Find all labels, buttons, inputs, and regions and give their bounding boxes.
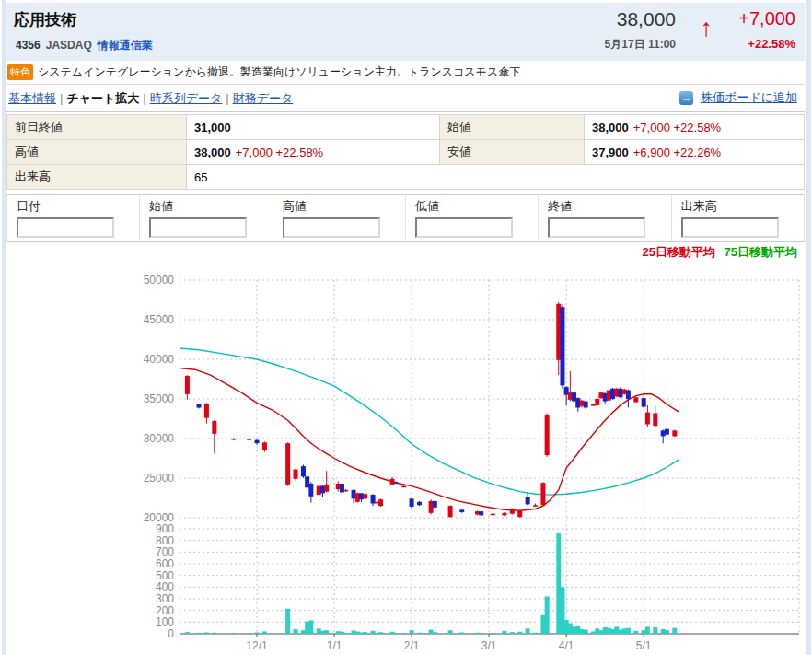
high-field-label: 高値 bbox=[283, 197, 401, 217]
svg-text:35000: 35000 bbox=[144, 392, 175, 405]
close-input[interactable] bbox=[548, 217, 645, 238]
low-label: 安値 bbox=[440, 140, 585, 165]
stock-code: 4356 bbox=[16, 39, 41, 52]
candlestick-chart: 5000045000400003500030000250002000090080… bbox=[6, 261, 805, 653]
table-row: 出来高 65 bbox=[7, 165, 805, 190]
svg-text:12/1: 12/1 bbox=[246, 639, 268, 652]
stock-name: 応用技術 bbox=[14, 9, 76, 30]
low-input[interactable] bbox=[415, 217, 513, 238]
tab-basic-info[interactable]: 基本情報 bbox=[8, 90, 56, 107]
high-change: +7,000 +22.58% bbox=[236, 146, 323, 159]
open-label: 始値 bbox=[440, 115, 585, 140]
open-value: 38,000 bbox=[592, 121, 629, 135]
add-to-board-link[interactable]: 株価ボードに追加 bbox=[701, 89, 797, 106]
quote-header: 応用技術 4356JASDAQ情報通信業 38,000 5月17日 11:00 … bbox=[6, 3, 805, 61]
low-field-label: 低値 bbox=[415, 197, 534, 217]
svg-text:30000: 30000 bbox=[144, 432, 175, 445]
feature-text: システムインテグレーションから撤退。製造業向けソリューション主力。トランスコスモ… bbox=[38, 64, 520, 80]
summary-table: 前日終値 31,000 始値 38,000+7,000 +22.58% 高値 3… bbox=[6, 114, 805, 190]
add-to-board[interactable]: → 株価ボードに追加 bbox=[679, 89, 801, 106]
high-label: 高値 bbox=[7, 140, 187, 165]
svg-text:50000: 50000 bbox=[144, 274, 175, 287]
date-input[interactable] bbox=[17, 217, 114, 238]
nav-separator: | bbox=[60, 91, 63, 105]
volume-label: 出来高 bbox=[7, 165, 187, 190]
svg-text:5/1: 5/1 bbox=[636, 639, 652, 652]
nav-separator: | bbox=[143, 91, 145, 105]
tab-chart-enlarge[interactable]: チャート拡大 bbox=[66, 90, 139, 107]
prev-close-value: 31,000 bbox=[194, 121, 231, 135]
price-change-percent: +22.58% bbox=[694, 37, 795, 51]
industry-link[interactable]: 情報通信業 bbox=[98, 39, 153, 52]
date-field-label: 日付 bbox=[17, 197, 135, 217]
stock-code-line: 4356JASDAQ情報通信業 bbox=[16, 38, 153, 53]
feature-badge: 特色 bbox=[7, 64, 33, 80]
svg-text:25000: 25000 bbox=[144, 472, 175, 485]
ma75-legend-label: 75日移動平均 bbox=[725, 245, 797, 259]
feature-row: 特色 システムインテグレーションから撤退。製造業向けソリューション主力。トランス… bbox=[6, 61, 805, 85]
svg-text:0: 0 bbox=[168, 627, 174, 640]
tab-nav: 基本情報 | チャート拡大 | 時系列データ | 財務データ → 株価ボードに追… bbox=[6, 85, 805, 112]
high-value: 38,000 bbox=[194, 146, 231, 159]
volume-field-label: 出来高 bbox=[681, 197, 800, 217]
ma25-legend-label: 25日移動平均 bbox=[642, 245, 714, 259]
stock-quote-page: 応用技術 4356JASDAQ情報通信業 38,000 5月17日 11:00 … bbox=[0, 0, 812, 655]
ma-legend: 25日移動平均 75日移動平均 bbox=[6, 244, 805, 261]
open-change: +7,000 +22.58% bbox=[633, 121, 721, 135]
svg-text:1/1: 1/1 bbox=[327, 639, 342, 652]
price-change: +7,000 bbox=[694, 8, 795, 29]
table-row: 前日終値 31,000 始値 38,000+7,000 +22.58% bbox=[7, 115, 805, 140]
svg-text:45000: 45000 bbox=[144, 313, 175, 326]
tab-time-series[interactable]: 時系列データ bbox=[150, 90, 223, 107]
svg-text:2/1: 2/1 bbox=[404, 639, 420, 652]
arrow-right-icon: → bbox=[679, 91, 693, 105]
volume-value: 65 bbox=[194, 170, 207, 184]
prev-close-label: 前日終値 bbox=[7, 115, 187, 140]
chart-canvas: 5000045000400003500030000250002000090080… bbox=[6, 261, 805, 653]
right-frame bbox=[806, 0, 811, 655]
open-input[interactable] bbox=[149, 217, 247, 238]
svg-text:3/1: 3/1 bbox=[481, 639, 497, 652]
market-name: JASDAQ bbox=[46, 39, 92, 52]
quote-datetime: 5月17日 11:00 bbox=[473, 37, 676, 53]
svg-text:4/1: 4/1 bbox=[559, 639, 574, 652]
ohlc-input-row: 日付 始値 高値 低値 終値 出来高 bbox=[6, 194, 805, 242]
open-field-label: 始値 bbox=[149, 197, 268, 217]
svg-text:40000: 40000 bbox=[144, 353, 175, 366]
high-input[interactable] bbox=[283, 217, 380, 238]
tab-financial-data[interactable]: 財務データ bbox=[233, 90, 294, 107]
volume-input[interactable] bbox=[681, 217, 779, 238]
current-price: 38,000 bbox=[492, 8, 676, 30]
low-value: 37,900 bbox=[592, 146, 629, 159]
nav-separator: | bbox=[226, 91, 228, 105]
close-field-label: 終値 bbox=[548, 197, 667, 217]
table-row: 高値 38,000+7,000 +22.58% 安値 37,900+6,900 … bbox=[7, 140, 805, 165]
low-change: +6,900 +22.26% bbox=[633, 146, 721, 159]
